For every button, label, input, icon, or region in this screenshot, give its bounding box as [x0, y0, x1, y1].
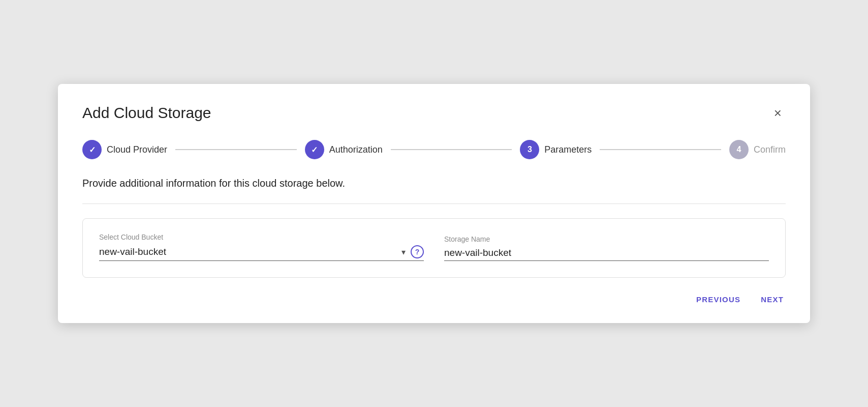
- add-cloud-storage-dialog: Add Cloud Storage × Cloud Provider Autho…: [58, 84, 810, 323]
- step-label-authorization: Authorization: [329, 144, 383, 155]
- dropdown-icon[interactable]: ▾: [401, 247, 406, 257]
- step-parameters: 3 Parameters: [520, 140, 592, 159]
- bucket-select-row: new-vail-bucket ▾ ?: [99, 245, 424, 261]
- close-button[interactable]: ×: [770, 104, 786, 122]
- storage-name-group: Storage Name: [444, 235, 769, 261]
- step-authorization: Authorization: [305, 140, 383, 159]
- form-card: Select Cloud Bucket new-vail-bucket ▾ ? …: [82, 218, 786, 278]
- storage-name-input[interactable]: [444, 246, 769, 261]
- dialog-title: Add Cloud Storage: [82, 104, 211, 122]
- step-connector-1: [175, 149, 297, 150]
- bucket-value: new-vail-bucket: [99, 246, 396, 257]
- divider: [82, 204, 786, 204]
- footer: PREVIOUS NEXT: [82, 292, 786, 307]
- checkmark-icon-2: [311, 145, 318, 155]
- step-connector-2: [391, 149, 512, 150]
- step-circle-confirm: 4: [729, 140, 749, 159]
- stepper: Cloud Provider Authorization 3 Parameter…: [82, 140, 786, 159]
- step-confirm: 4 Confirm: [729, 140, 786, 159]
- description-text: Provide additional information for this …: [82, 178, 786, 189]
- step-circle-parameters: 3: [520, 140, 539, 159]
- step-connector-3: [600, 149, 721, 150]
- step-circle-authorization: [305, 140, 324, 159]
- step-label-cloud-provider: Cloud Provider: [107, 144, 167, 155]
- bucket-group: Select Cloud Bucket new-vail-bucket ▾ ?: [99, 233, 424, 261]
- step-label-confirm: Confirm: [754, 144, 786, 155]
- dialog-header: Add Cloud Storage ×: [82, 104, 786, 122]
- bucket-label: Select Cloud Bucket: [99, 233, 424, 241]
- previous-button[interactable]: PREVIOUS: [694, 292, 742, 307]
- checkmark-icon: [89, 145, 96, 155]
- step-cloud-provider: Cloud Provider: [82, 140, 167, 159]
- storage-name-label: Storage Name: [444, 235, 769, 243]
- step-circle-cloud-provider: [82, 140, 102, 159]
- next-button[interactable]: NEXT: [759, 292, 786, 307]
- help-icon[interactable]: ?: [411, 245, 424, 258]
- form-row: Select Cloud Bucket new-vail-bucket ▾ ? …: [99, 233, 769, 261]
- step-label-parameters: Parameters: [544, 144, 592, 155]
